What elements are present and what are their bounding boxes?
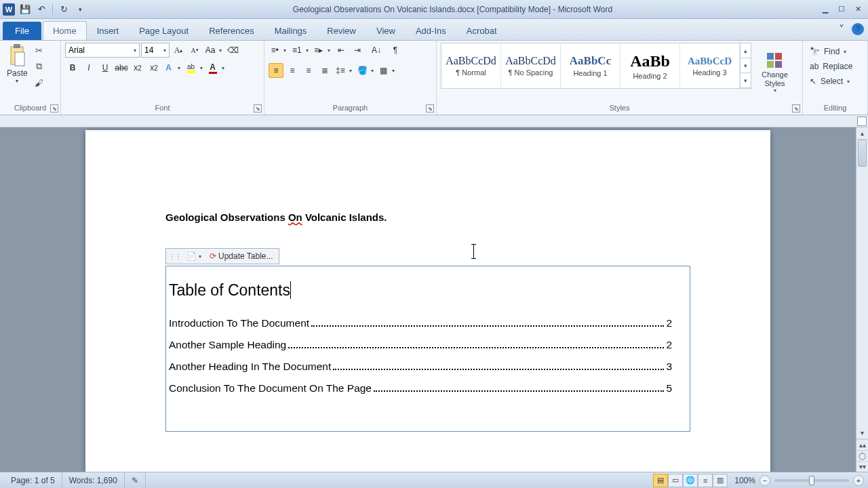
save-icon[interactable]: 💾	[18, 2, 33, 17]
gallery-up-icon[interactable]: ▴	[741, 43, 751, 58]
select-button[interactable]: ↖Select▾	[807, 75, 855, 87]
shrink-font-button[interactable]: A▾	[187, 43, 202, 58]
font-dialog-launcher[interactable]: ⬊	[254, 104, 262, 113]
font-color-button[interactable]: A▾	[206, 60, 226, 75]
tab-review[interactable]: Review	[317, 21, 366, 40]
document-title[interactable]: Geological Observations On Volcanic Isla…	[165, 211, 690, 223]
style-heading-1[interactable]: AaBbCcHeading 1	[561, 43, 620, 88]
style-no-spacing[interactable]: AaBbCcDd¶ No Spacing	[501, 43, 561, 88]
minimize-button[interactable]: ▁	[818, 3, 833, 16]
grow-font-button[interactable]: A▴	[171, 43, 186, 58]
find-button[interactable]: 🔭Find▾	[807, 45, 855, 58]
zoom-out-button[interactable]: −	[760, 475, 770, 486]
font-size-combo[interactable]: 14▾	[141, 43, 170, 58]
gallery-more-icon[interactable]: ▾	[741, 73, 751, 88]
zoom-level[interactable]: 100%	[734, 476, 755, 485]
clear-formatting-button[interactable]: ⌫	[225, 43, 240, 58]
outline-view[interactable]: ≡	[698, 474, 713, 487]
proofing-status[interactable]: ✎	[125, 472, 146, 488]
justify-button[interactable]: ≣	[317, 63, 332, 78]
toc-entry[interactable]: Another Heading In The Document3	[169, 361, 680, 373]
sort-button[interactable]: A↓	[366, 43, 387, 58]
decrease-indent-button[interactable]: ⇤	[334, 43, 349, 58]
show-marks-button[interactable]: ¶	[388, 43, 403, 58]
update-table-button[interactable]: ⟳Update Table...	[207, 250, 276, 262]
tab-references[interactable]: References	[199, 21, 264, 40]
toc-entry[interactable]: Introduction To The Document2	[169, 317, 680, 329]
bold-button[interactable]: B	[65, 60, 80, 75]
full-screen-view[interactable]: ▭	[668, 474, 683, 487]
scrollbar-thumb[interactable]	[858, 140, 867, 167]
document-area[interactable]: Geological Observations On Volcanic Isla…	[0, 127, 856, 472]
tab-mailings[interactable]: Mailings	[264, 21, 317, 40]
copy-button[interactable]: ⧉	[32, 59, 47, 74]
style-heading-3[interactable]: AaBbCcDHeading 3	[680, 43, 740, 88]
toc-options-button[interactable]: 📄▾	[184, 250, 204, 262]
align-left-button[interactable]: ≡	[269, 63, 283, 78]
change-styles-button[interactable]: Change Styles ▾	[751, 43, 798, 102]
toc-heading[interactable]: Table of Contents	[169, 281, 680, 300]
styles-dialog-launcher[interactable]: ⬊	[792, 104, 800, 113]
paste-button[interactable]: Paste ▾	[4, 43, 31, 85]
increase-indent-button[interactable]: ⇥	[350, 43, 365, 58]
word-count[interactable]: Words: 1,690	[62, 472, 125, 488]
superscript-button[interactable]: x2	[146, 60, 161, 75]
tab-home[interactable]: Home	[43, 21, 87, 40]
shading-button[interactable]: 🪣▾	[355, 63, 376, 78]
tab-view[interactable]: View	[366, 21, 406, 40]
page[interactable]: Geological Observations On Volcanic Isla…	[85, 130, 770, 472]
file-tab[interactable]: File	[3, 22, 41, 40]
text-effects-button[interactable]: A▾	[163, 60, 183, 75]
gallery-down-icon[interactable]: ▾	[741, 58, 751, 73]
numbering-button[interactable]: ≡1▾	[290, 43, 311, 58]
strikethrough-button[interactable]: abc	[114, 60, 129, 75]
zoom-in-button[interactable]: +	[853, 475, 864, 486]
change-case-button[interactable]: Aa▾	[203, 43, 224, 58]
tab-add-ins[interactable]: Add-Ins	[406, 21, 456, 40]
italic-button[interactable]: I	[81, 60, 96, 75]
browse-object-button[interactable]: ◯	[856, 450, 868, 461]
scroll-down-button[interactable]: ▾	[856, 427, 868, 439]
toc-content-control[interactable]: ⋮⋮ 📄▾ ⟳Update Table... Table of Contents…	[165, 266, 690, 432]
style-normal[interactable]: AaBbCcDd¶ Normal	[441, 43, 501, 88]
zoom-slider[interactable]	[774, 479, 849, 482]
next-page-button[interactable]: ▾▾	[856, 461, 868, 472]
clipboard-dialog-launcher[interactable]: ⬊	[50, 104, 58, 113]
style-heading-2[interactable]: AaBbHeading 2	[620, 43, 680, 88]
qat-customize-icon[interactable]: ▾	[73, 2, 87, 17]
previous-page-button[interactable]: ▴▴	[856, 439, 868, 450]
ruler-toggle-button[interactable]	[857, 117, 867, 126]
web-layout-view[interactable]: 🌐	[683, 474, 698, 487]
cut-button[interactable]: ✂	[32, 43, 47, 58]
borders-button[interactable]: ▦▾	[377, 63, 397, 78]
font-name-combo[interactable]: Arial▾	[65, 43, 140, 58]
print-layout-view[interactable]: ▤	[653, 474, 668, 487]
toc-box[interactable]: Table of Contents Introduction To The Do…	[165, 266, 690, 432]
tab-insert[interactable]: Insert	[87, 21, 130, 40]
draft-view[interactable]: ▥	[713, 474, 728, 487]
redo-icon[interactable]: ↻	[56, 2, 71, 17]
maximize-button[interactable]: ☐	[834, 3, 849, 16]
align-center-button[interactable]: ≡	[285, 63, 300, 78]
toc-drag-handle[interactable]: ⋮⋮	[169, 253, 181, 260]
tab-page-layout[interactable]: Page Layout	[129, 21, 199, 40]
subscript-button[interactable]: x2	[130, 60, 145, 75]
horizontal-ruler[interactable]	[0, 115, 868, 127]
highlight-button[interactable]: ab▾	[184, 60, 205, 75]
minimize-ribbon-icon[interactable]: ˅	[835, 23, 848, 35]
close-button[interactable]: ✕	[850, 3, 865, 16]
scrollbar-track[interactable]	[856, 140, 868, 427]
scroll-up-button[interactable]: ▴	[856, 127, 868, 140]
underline-button[interactable]: U	[98, 60, 113, 75]
multilevel-list-button[interactable]: ≡▸▾	[312, 43, 332, 58]
bullets-button[interactable]: ≡•▾	[269, 43, 289, 58]
help-icon[interactable]: ?	[852, 23, 864, 35]
page-indicator[interactable]: Page: 1 of 5	[4, 472, 62, 488]
align-right-button[interactable]: ≡	[301, 63, 316, 78]
line-spacing-button[interactable]: ‡≡▾	[334, 63, 354, 78]
zoom-slider-knob[interactable]	[809, 476, 814, 485]
replace-button[interactable]: abReplace	[807, 60, 855, 73]
tab-acrobat[interactable]: Acrobat	[456, 21, 507, 40]
toc-entry[interactable]: Another Sample Heading2	[169, 339, 680, 351]
format-painter-button[interactable]: 🖌	[32, 75, 47, 90]
